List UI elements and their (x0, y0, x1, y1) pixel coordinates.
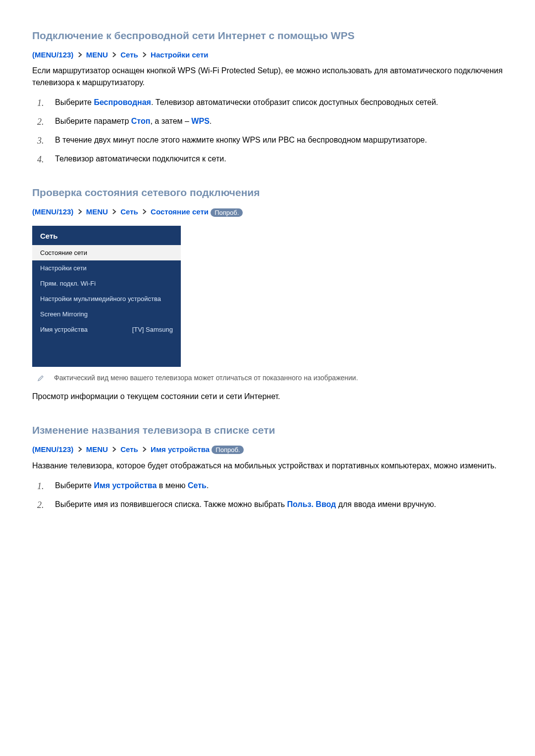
try-pill: Попроб. (211, 208, 243, 217)
chevron-right-icon (78, 50, 82, 59)
breadcrumb-part: MENU (86, 445, 108, 454)
menu-row-selected: Состояние сети (32, 245, 181, 260)
menu-row: Прям. подкл. Wi-Fi (32, 276, 181, 291)
breadcrumb: (MENU/123) MENU Сеть Имя устройства Попр… (32, 445, 503, 454)
bold-term: Стоп (131, 117, 151, 125)
breadcrumb-part: MENU/123 (35, 445, 71, 454)
section-title: Подключение к беспроводной сети Интернет… (32, 30, 503, 42)
menu-row: Screen Mirroring (32, 306, 181, 322)
section-status: Проверка состояния сетевого подключения … (32, 187, 503, 403)
bold-term: Беспроводная (94, 98, 151, 106)
step-item: В течение двух минут после этого нажмите… (37, 134, 503, 146)
menu-row: Настройки мультимедийного устройства (32, 291, 181, 306)
bold-term: Имя устройства (94, 481, 157, 490)
breadcrumb-close-paren: ) (71, 207, 73, 216)
breadcrumb-part: MENU (86, 207, 108, 216)
steps-list: Выберите Имя устройства в меню Сеть. Выб… (37, 480, 503, 510)
bold-term: Польз. Ввод (287, 500, 336, 508)
step-item: Выберите параметр Стоп, а затем – WPS. (37, 115, 503, 127)
menu-row-value: [TV] Samsung (132, 326, 173, 333)
menu-row: Имя устройства [TV] Samsung (32, 322, 181, 337)
breadcrumb: (MENU/123) MENU Сеть Состояние сети Попр… (32, 207, 503, 217)
menu-screenshot: Сеть Состояние сети Настройки сети Прям.… (32, 226, 181, 367)
body-text: Просмотр информации о текущем состоянии … (32, 391, 503, 403)
breadcrumb-part: Сеть (120, 207, 138, 216)
breadcrumb-part: MENU/123 (35, 207, 71, 216)
step-item: Выберите Имя устройства в меню Сеть. (37, 480, 503, 492)
chevron-right-icon (142, 50, 147, 59)
breadcrumb: (MENU/123) MENU Сеть Настройки сети (32, 50, 503, 59)
breadcrumb-close-paren: ) (71, 50, 73, 59)
menu-row: Настройки сети (32, 260, 181, 276)
section-wps: Подключение к беспроводной сети Интернет… (32, 30, 503, 165)
bold-term: WPS (191, 117, 209, 125)
breadcrumb-part: MENU (86, 50, 108, 59)
breadcrumb-part: MENU/123 (35, 50, 71, 59)
breadcrumb-part: Сеть (120, 445, 138, 454)
breadcrumb-part: Состояние сети (151, 207, 209, 216)
section-title: Изменение названия телевизора в списке с… (32, 424, 503, 436)
breadcrumb-part: Имя устройства (151, 445, 210, 454)
section-title: Проверка состояния сетевого подключения (32, 187, 503, 199)
chevron-right-icon (112, 445, 116, 454)
pencil-icon (37, 375, 44, 384)
chevron-right-icon (142, 207, 147, 216)
breadcrumb-part: Настройки сети (151, 50, 208, 59)
step-item: Телевизор автоматически подключится к се… (37, 153, 503, 165)
chevron-right-icon (78, 445, 82, 454)
chevron-right-icon (112, 50, 116, 59)
steps-list: Выберите Беспроводная. Телевизор автомат… (37, 97, 503, 165)
menu-header: Сеть (32, 226, 181, 245)
bold-term: Сеть (188, 481, 207, 490)
step-item: Выберите имя из появившегося списка. Так… (37, 499, 503, 510)
intro-text: Название телевизора, которое будет отобр… (32, 460, 503, 472)
breadcrumb-close-paren: ) (71, 445, 73, 454)
note: Фактический вид меню вашего телевизора м… (37, 374, 503, 384)
chevron-right-icon (112, 207, 116, 216)
note-text: Фактический вид меню вашего телевизора м… (54, 374, 358, 382)
menu-row-label: Имя устройства (40, 326, 88, 333)
section-rename: Изменение названия телевизора в списке с… (32, 424, 503, 511)
step-item: Выберите Беспроводная. Телевизор автомат… (37, 97, 503, 108)
intro-text: Если маршрутизатор оснащен кнопкой WPS (… (32, 65, 503, 89)
chevron-right-icon (78, 207, 82, 216)
try-pill: Попроб. (212, 446, 244, 454)
chevron-right-icon (142, 445, 147, 454)
breadcrumb-part: Сеть (120, 50, 138, 59)
